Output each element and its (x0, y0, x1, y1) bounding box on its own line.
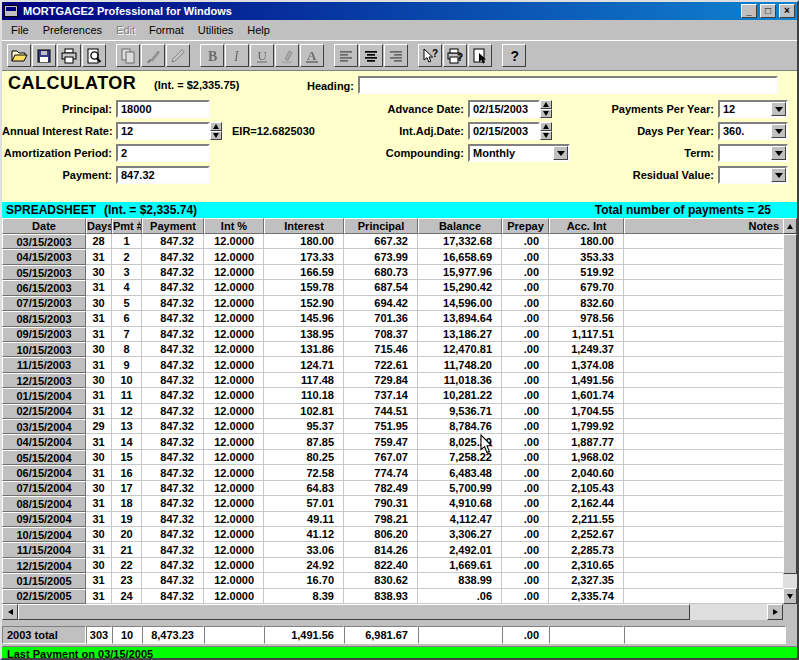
cell[interactable]: 102.81 (264, 404, 344, 419)
cell[interactable]: 774.74 (344, 465, 418, 480)
cell[interactable]: 4 (112, 280, 142, 295)
column-header-balance[interactable]: Balance (418, 218, 502, 234)
cell[interactable]: .00 (502, 249, 549, 264)
cell[interactable]: .00 (502, 496, 549, 511)
cell[interactable]: 15,977.96 (418, 265, 502, 280)
cell[interactable]: 1 (112, 234, 142, 249)
dropdown-arrow-icon[interactable] (771, 124, 786, 138)
cell[interactable]: 1,249.37 (549, 342, 624, 357)
cell[interactable]: 847.32 (142, 496, 204, 511)
row-date-cell[interactable]: 02/15/2005 (2, 589, 86, 604)
cell[interactable]: 33.06 (264, 542, 344, 557)
cell[interactable]: 95.37 (264, 419, 344, 434)
cell[interactable]: 24.92 (264, 558, 344, 573)
cell[interactable]: 31 (86, 573, 112, 588)
row-date-cell[interactable]: 11/15/2003 (2, 357, 86, 372)
cell[interactable]: 13,894.64 (418, 311, 502, 326)
cell[interactable]: 12.0000 (204, 450, 264, 465)
cell[interactable]: 822.40 (344, 558, 418, 573)
cell[interactable]: 30 (86, 342, 112, 357)
cell[interactable]: 751.95 (344, 419, 418, 434)
cell[interactable]: 30 (86, 558, 112, 573)
amortization-period-input[interactable] (116, 144, 210, 162)
row-date-cell[interactable]: 07/15/2003 (2, 296, 86, 311)
open-button[interactable] (7, 44, 31, 67)
cell[interactable]: 12.0000 (204, 265, 264, 280)
cell[interactable]: 744.51 (344, 404, 418, 419)
cell[interactable] (624, 527, 786, 542)
cell[interactable]: 1,968.02 (549, 450, 624, 465)
cell[interactable]: 2,105.43 (549, 481, 624, 496)
cell[interactable]: 737.14 (344, 388, 418, 403)
cell[interactable] (624, 465, 786, 480)
cell[interactable]: .00 (502, 419, 549, 434)
column-header-date[interactable]: Date (2, 218, 86, 234)
cell[interactable]: 31 (86, 465, 112, 480)
column-header-interest[interactable]: Interest (264, 218, 344, 234)
cell[interactable]: 12.0000 (204, 388, 264, 403)
cell[interactable]: 847.32 (142, 558, 204, 573)
cell[interactable] (624, 558, 786, 573)
cell[interactable]: .00 (502, 280, 549, 295)
cell[interactable]: 2,335.74 (549, 589, 624, 604)
cell[interactable]: 124.71 (264, 357, 344, 372)
cell[interactable]: 1,799.92 (549, 419, 624, 434)
cell[interactable]: 12.0000 (204, 373, 264, 388)
column-header-prepay[interactable]: Prepay (502, 218, 549, 234)
cell[interactable]: 13 (112, 419, 142, 434)
cell[interactable]: 30 (86, 296, 112, 311)
cell[interactable] (624, 419, 786, 434)
cell[interactable]: .00 (502, 512, 549, 527)
cell[interactable] (624, 357, 786, 372)
row-date-cell[interactable]: 03/15/2003 (2, 234, 86, 249)
cell[interactable]: 12.0000 (204, 342, 264, 357)
cell[interactable]: .00 (502, 558, 549, 573)
cell[interactable]: 759.47 (344, 434, 418, 449)
cell[interactable]: 20 (112, 527, 142, 542)
cell[interactable]: 8,784.76 (418, 419, 502, 434)
cell[interactable]: 4,910.68 (418, 496, 502, 511)
cell[interactable]: .00 (502, 589, 549, 604)
cell[interactable] (624, 388, 786, 403)
cell[interactable]: 687.54 (344, 280, 418, 295)
cell[interactable]: 3,306.27 (418, 527, 502, 542)
cell[interactable]: 847.32 (142, 280, 204, 295)
cell[interactable] (624, 327, 786, 342)
cell[interactable]: 814.26 (344, 542, 418, 557)
cell[interactable]: 847.32 (142, 249, 204, 264)
annual-interest-rate-input[interactable] (116, 122, 210, 140)
row-date-cell[interactable]: 05/15/2004 (2, 450, 86, 465)
print-button[interactable] (57, 44, 81, 67)
cell[interactable]: 715.46 (344, 342, 418, 357)
row-date-cell[interactable]: 12/15/2003 (2, 373, 86, 388)
cell[interactable]: .00 (502, 296, 549, 311)
cell[interactable]: 847.32 (142, 465, 204, 480)
cell[interactable]: 18 (112, 496, 142, 511)
align-center-button[interactable] (359, 44, 383, 67)
cell[interactable] (624, 249, 786, 264)
row-date-cell[interactable]: 06/15/2003 (2, 280, 86, 295)
cell[interactable]: 110.18 (264, 388, 344, 403)
cell[interactable]: 31 (86, 357, 112, 372)
cell[interactable]: 729.84 (344, 373, 418, 388)
cell[interactable]: 31 (86, 589, 112, 604)
minimize-button[interactable]: _ (741, 4, 757, 18)
print-preview-button[interactable] (82, 44, 106, 67)
cell[interactable]: 31 (86, 311, 112, 326)
spin-up-icon[interactable] (210, 122, 222, 131)
row-date-cell[interactable]: 10/15/2003 (2, 342, 86, 357)
help-button[interactable]: ? (502, 44, 526, 67)
row-date-cell[interactable]: 06/15/2004 (2, 465, 86, 480)
cell[interactable]: .00 (502, 481, 549, 496)
residual-value-select[interactable] (718, 166, 788, 184)
cell[interactable]: 180.00 (264, 234, 344, 249)
cell[interactable]: 1,374.08 (549, 357, 624, 372)
row-date-cell[interactable]: 08/15/2003 (2, 311, 86, 326)
cell[interactable]: 12.0000 (204, 311, 264, 326)
cell[interactable]: 12.0000 (204, 234, 264, 249)
cell[interactable] (624, 296, 786, 311)
int-adj-date-input[interactable] (468, 122, 540, 140)
cell[interactable]: 847.32 (142, 342, 204, 357)
cell[interactable]: 12.0000 (204, 542, 264, 557)
cell[interactable]: 1,704.55 (549, 404, 624, 419)
